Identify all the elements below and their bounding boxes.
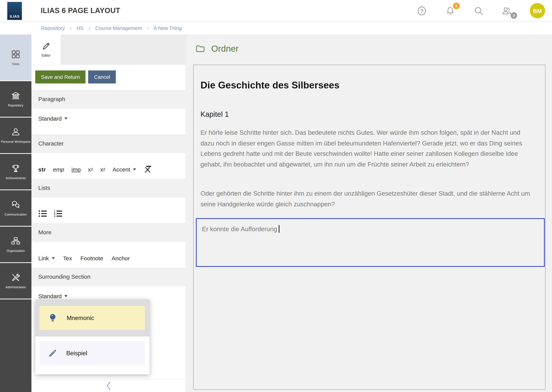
section-lists-header: Lists [31,179,186,197]
section-surrounding-header: Surrounding Section [31,268,186,286]
bullet-list-icon [38,210,48,217]
breadcrumb-item-a-new-thing[interactable]: A New Thing [153,25,182,31]
breadcrumb-item-repository[interactable]: Repository [41,25,65,31]
important-button[interactable]: imp [72,166,81,172]
sidebar-item-communication[interactable]: Communication [0,190,31,227]
ilias-app: ILIAS ILIAS 6 PAGE LAYOUT ? 5 [0,0,552,392]
bank-icon [11,91,21,101]
footnote-button[interactable]: Footnote [80,255,103,261]
document-chapter: Kapitel 1 [201,110,229,119]
strong-button[interactable]: str [38,166,46,172]
search-button[interactable] [473,5,484,16]
breadcrumb-separator: › [88,25,90,31]
notification-badge: 5 [453,3,460,9]
question-mark-icon: ? [416,6,427,16]
breadcrumb-item-course-management[interactable]: Course Management [95,25,142,31]
section-more-row: Link Tex Footnote Anchor [31,242,186,268]
section-paragraph-header: Paragraph [31,90,186,109]
section-more-header: More [31,223,186,242]
svg-text:3: 3 [54,215,55,217]
ilias-logo[interactable]: ILIAS [7,2,22,20]
sidebar-item-tools[interactable]: Tools [0,35,31,81]
sidebar-item-label: Repository [8,104,24,107]
online-users-button[interactable]: 3 [501,5,512,16]
svg-text:?: ? [420,8,423,14]
chevron-down-icon [64,295,67,297]
sidebar-item-achievements[interactable]: Achievements [0,154,31,190]
menu-item-beispiel[interactable]: Beispiel [39,341,145,365]
chevron-down-icon [64,118,67,119]
grid-icon [11,49,21,59]
page-editor-canvas: Die Geschichte des Silbersees Kapitel 1 … [193,65,545,390]
person-icon [11,127,21,137]
chat-bubbles-icon [11,200,21,210]
superscript-button[interactable]: x2 [88,166,93,172]
sidebar-item-label: Achievements [6,176,26,180]
document-paragraph: Oder gehörten die Schritte hinter ihm zu… [201,188,535,210]
search-icon [473,6,484,16]
section-character-header: Character [31,134,186,153]
text-cursor [279,225,279,233]
menu-item-label: Beispiel [66,350,87,357]
chevron-down-icon [133,168,136,170]
surrounding-style-menu: Mnemonic Beispiel [35,299,150,374]
folder-icon [195,44,205,54]
sidebar-item-label: Communication [5,213,27,216]
menu-item-mnemonic[interactable]: Mnemonic [39,306,145,330]
main-sidebar: Tools Repository Personal Workspace [0,35,31,392]
breadcrumb-separator: › [147,25,149,31]
trophy-icon [11,163,21,173]
header-bar: ILIAS ILIAS 6 PAGE LAYOUT ? 5 [0,0,552,21]
sidebar-item-label: Administration [6,286,26,289]
help-button[interactable]: ? [416,5,427,16]
main-content: Ordner Die Geschichte des Silbersees Kap… [186,35,552,392]
subscript-button[interactable]: x2 [100,166,105,172]
emphasis-button[interactable]: emp [53,166,64,172]
page-title: ILIAS 6 PAGE LAYOUT [41,7,120,15]
tab-editor-label: Editor [41,54,51,57]
menu-hover-region: Mnemonic [35,299,150,336]
accent-dropdown[interactable]: Accent [113,166,136,172]
sidebar-item-organisation[interactable]: Organisation [0,227,31,263]
notifications-button[interactable]: 5 [445,5,455,16]
avatar-initials: BM [533,7,542,14]
editor-panel: Editor Save and Return Cancel Paragraph … [31,35,186,392]
logo-text: ILIAS [10,14,20,18]
anchor-button[interactable]: Anchor [112,255,130,261]
sidebar-item-personal-workspace[interactable]: Personal Workspace [0,118,31,154]
wrench-screwdriver-icon [11,273,21,282]
action-buttons: Save and Return Cancel [31,64,186,90]
clear-format-button[interactable] [143,165,152,173]
numbered-list-button[interactable]: 1 2 3 [54,210,63,217]
breadcrumb-separator: › [70,25,72,31]
sidebar-item-repository[interactable]: Repository [0,81,31,118]
surrounding-style-dropdown[interactable]: Standard [38,293,67,299]
link-dropdown[interactable]: Link [38,255,55,261]
tex-button[interactable]: Tex [63,255,72,261]
sidebar-item-label: Personal Workspace [1,140,31,144]
pencil-solid-icon [48,349,57,358]
active-paragraph-editor[interactable]: Er konnte die Aufforderung [196,218,545,267]
clear-format-icon [143,165,152,173]
chevron-left-icon [105,381,112,391]
org-chart-icon [11,236,21,246]
tab-editor[interactable]: Editor [31,35,61,65]
breadcrumb-item-hs[interactable]: HS [77,25,84,31]
numbered-list-icon: 1 2 3 [54,210,63,217]
header-icons: ? 5 [416,0,545,21]
paragraph-style-dropdown[interactable]: Standard [38,115,67,122]
online-users-badge: 3 [511,12,517,19]
section-character-row: str emp imp x2 x2 Accent [31,153,186,179]
save-and-return-button[interactable]: Save and Return [35,70,86,84]
section-lists-row: 1 2 3 [31,197,186,223]
collapse-panel-button[interactable] [31,379,186,392]
pencil-icon [41,42,51,51]
bullet-list-button[interactable] [38,210,48,217]
chevron-down-icon [51,257,55,259]
object-header: Ordner [195,44,239,54]
lightbulb-icon [48,313,58,323]
sidebar-item-administration[interactable]: Administration [0,263,31,299]
avatar[interactable]: BM [530,3,545,18]
cancel-button[interactable]: Cancel [88,70,116,84]
breadcrumb: Repository › HS › Course Management › A … [0,21,552,35]
